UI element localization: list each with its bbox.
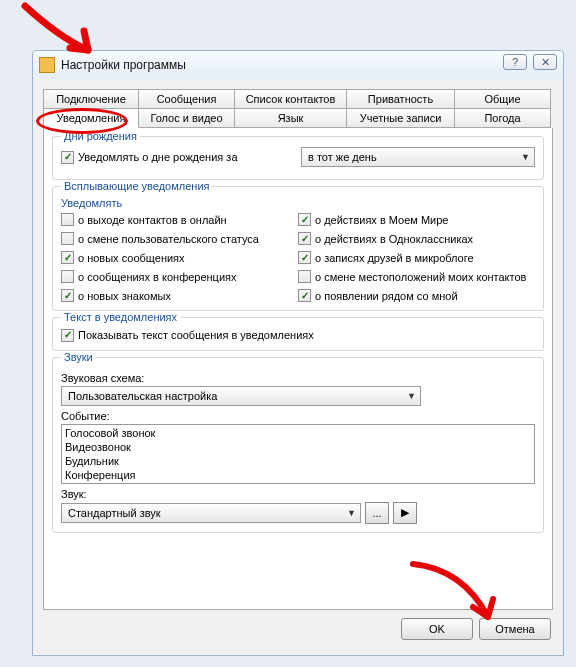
- chk-microblog[interactable]: о записях друзей в микроблоге: [298, 251, 535, 264]
- chevron-down-icon: ▼: [521, 152, 530, 162]
- list-item[interactable]: Конференция: [63, 468, 533, 482]
- select-sound-value: Стандартный звук: [68, 507, 161, 519]
- chk-show-text[interactable]: Показывать текст сообщения в уведомления…: [61, 329, 314, 342]
- tab-panel: Дни рождения Уведомлять о дне рождения з…: [43, 128, 553, 610]
- chevron-down-icon: ▼: [347, 508, 356, 518]
- tab-connection[interactable]: Подключение: [43, 89, 139, 109]
- checkbox-icon: [61, 329, 74, 342]
- chk-birthday[interactable]: Уведомлять о дне рождения за: [61, 151, 301, 164]
- list-item[interactable]: Будильник: [63, 454, 533, 468]
- checkbox-icon: [298, 232, 311, 245]
- checkbox-icon: [61, 251, 74, 264]
- checkbox-icon: [298, 251, 311, 264]
- tab-voice-video[interactable]: Голос и видео: [139, 108, 235, 128]
- checkbox-icon: [61, 289, 74, 302]
- chk-show-text-label: Показывать текст сообщения в уведомления…: [78, 329, 314, 341]
- checkbox-icon: [298, 289, 311, 302]
- select-sound-scheme[interactable]: Пользовательская настройка ▼: [61, 386, 421, 406]
- chk-conf-messages-label: о сообщениях в конференциях: [78, 271, 237, 283]
- chk-nearby-label: о появлении рядом со мной: [315, 290, 458, 302]
- chk-status-change-label: о смене пользовательского статуса: [78, 233, 259, 245]
- list-item[interactable]: Видеозвонок: [63, 440, 533, 454]
- window-title: Настройки программы: [61, 58, 186, 72]
- chk-my-world[interactable]: о действиях в Моем Мире: [298, 213, 535, 226]
- tab-accounts[interactable]: Учетные записи: [347, 108, 455, 128]
- tab-notifications[interactable]: Уведомления: [43, 108, 139, 128]
- play-sound-button[interactable]: ▶: [393, 502, 417, 524]
- group-notif-text: Текст в уведомлениях Показывать текст со…: [52, 317, 544, 351]
- checkbox-icon: [61, 270, 74, 283]
- group-notif-text-label: Текст в уведомлениях: [61, 311, 180, 323]
- group-birthdays: Дни рождения Уведомлять о дне рождения з…: [52, 136, 544, 180]
- chk-online[interactable]: о выходе контактов в онлайн: [61, 213, 298, 226]
- close-window-button[interactable]: ✕: [533, 54, 557, 70]
- list-item[interactable]: Голосовой звонок: [63, 426, 533, 440]
- titlebar: Настройки программы ? ✕: [33, 51, 563, 79]
- checkbox-icon: [61, 151, 74, 164]
- listbox-events[interactable]: Голосовой звонок Видеозвонок Будильник К…: [61, 424, 535, 484]
- group-popups-label: Всплывающие уведомления: [61, 180, 212, 192]
- chk-nearby[interactable]: о появлении рядом со мной: [298, 289, 535, 302]
- chevron-down-icon: ▼: [407, 391, 416, 401]
- chk-birthday-label: Уведомлять о дне рождения за: [78, 151, 238, 163]
- chk-microblog-label: о записях друзей в микроблоге: [315, 252, 474, 264]
- cancel-button[interactable]: Отмена: [479, 618, 551, 640]
- checkbox-icon: [298, 270, 311, 283]
- chk-status-change[interactable]: о смене пользовательского статуса: [61, 232, 298, 245]
- tab-weather[interactable]: Погода: [455, 108, 551, 128]
- chk-location-change[interactable]: о смене местоположений моих контактов: [298, 270, 535, 283]
- checkbox-icon: [298, 213, 311, 226]
- ok-button[interactable]: OK: [401, 618, 473, 640]
- group-sounds-label: Звуки: [61, 351, 96, 363]
- sound-label: Звук:: [61, 488, 535, 500]
- checkbox-icon: [61, 232, 74, 245]
- event-label: Событие:: [61, 410, 535, 422]
- help-button[interactable]: ?: [503, 54, 527, 70]
- settings-window: Настройки программы ? ✕ Подключение Сооб…: [32, 50, 564, 656]
- select-birthday-when[interactable]: в тот же день ▼: [301, 147, 535, 167]
- tab-contact-list[interactable]: Список контактов: [235, 89, 347, 109]
- select-birthday-value: в тот же день: [308, 151, 377, 163]
- chk-new-messages-label: о новых сообщениях: [78, 252, 185, 264]
- footer: OK Отмена: [33, 610, 563, 648]
- chk-new-contacts-label: о новых знакомых: [78, 290, 171, 302]
- chk-odnoklassniki-label: о действиях в Одноклассниках: [315, 233, 473, 245]
- tab-language[interactable]: Язык: [235, 108, 347, 128]
- chk-conf-messages[interactable]: о сообщениях в конференциях: [61, 270, 298, 283]
- chk-new-messages[interactable]: о новых сообщениях: [61, 251, 298, 264]
- chk-my-world-label: о действиях в Моем Мире: [315, 214, 448, 226]
- checkbox-icon: [61, 213, 74, 226]
- group-sounds: Звуки Звуковая схема: Пользовательская н…: [52, 357, 544, 533]
- popups-subtitle: Уведомлять: [61, 197, 535, 209]
- scheme-label: Звуковая схема:: [61, 372, 535, 384]
- app-icon: [39, 57, 55, 73]
- tab-general[interactable]: Общие: [455, 89, 551, 109]
- tab-messages[interactable]: Сообщения: [139, 89, 235, 109]
- select-scheme-value: Пользовательская настройка: [68, 390, 217, 402]
- group-popups: Всплывающие уведомления Уведомлять о вых…: [52, 186, 544, 311]
- chk-odnoklassniki[interactable]: о действиях в Одноклассниках: [298, 232, 535, 245]
- browse-sound-button[interactable]: ...: [365, 502, 389, 524]
- select-sound[interactable]: Стандартный звук ▼: [61, 503, 361, 523]
- chk-online-label: о выходе контактов в онлайн: [78, 214, 227, 226]
- group-birthdays-label: Дни рождения: [61, 130, 140, 142]
- chk-location-change-label: о смене местоположений моих контактов: [315, 271, 526, 283]
- tab-privacy[interactable]: Приватность: [347, 89, 455, 109]
- chk-new-contacts[interactable]: о новых знакомых: [61, 289, 298, 302]
